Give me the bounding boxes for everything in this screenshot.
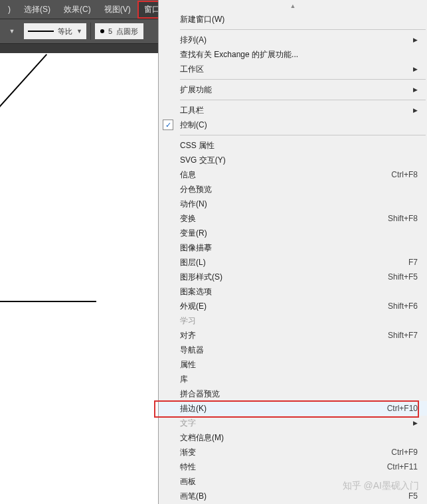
menu-item[interactable]: 排列(A)▶ — [159, 33, 427, 47]
menu-item[interactable]: 图层(L)F7 — [159, 255, 427, 270]
submenu-arrow-icon: ▶ — [413, 420, 418, 426]
menubar-item-cut[interactable]: ) — [1, 1, 17, 17]
menu-item-label: 变换 — [180, 213, 388, 224]
stroke-line-preview — [28, 31, 54, 32]
check-icon: ✓ — [163, 120, 173, 130]
menu-item[interactable]: 信息Ctrl+F8 — [159, 167, 427, 182]
menu-item-label: SVG 交互(Y) — [180, 155, 418, 166]
menu-item[interactable]: 图形样式(S)Shift+F5 — [159, 270, 427, 284]
chevron-down-icon: ▼ — [76, 28, 82, 35]
menu-item[interactable]: 渐变Ctrl+F9 — [159, 445, 427, 460]
menu-item[interactable]: 属性 — [159, 357, 427, 372]
menu-item-shortcut: Shift+F6 — [388, 301, 418, 311]
menu-item: 文字▶ — [159, 416, 427, 430]
menu-item-label: 查找有关 Exchange 的扩展功能... — [180, 49, 418, 60]
menu-item[interactable]: 描边(K)Ctrl+F10 — [159, 401, 427, 416]
menu-item[interactable]: 图像描摹 — [159, 240, 427, 255]
menu-scroll-up-icon[interactable]: ▲ — [159, 0, 427, 12]
menu-item-shortcut: Shift+F7 — [388, 331, 418, 340]
menu-item-label: 工具栏 — [180, 105, 413, 116]
menu-item-label: 图层(L) — [180, 257, 408, 268]
menu-separator — [180, 100, 426, 100]
artwork-line-horizontal — [0, 301, 96, 302]
menu-item[interactable]: 文档信息(M) — [159, 430, 427, 445]
menu-item[interactable]: 特性Ctrl+F11 — [159, 460, 427, 474]
menu-item-shortcut: Ctrl+F11 — [387, 462, 418, 471]
menu-item-label: 画板 — [180, 476, 418, 487]
menu-item-label: 画笔(B) — [180, 491, 408, 502]
menu-item-label: 动作(N) — [180, 199, 418, 210]
menu-item[interactable]: 工具栏▶ — [159, 103, 427, 118]
menu-item[interactable]: ✓控制(C) — [159, 118, 427, 132]
menu-item-label: 新建窗口(W) — [180, 14, 418, 25]
menu-item[interactable]: CSS 属性 — [159, 138, 427, 153]
menu-item-shortcut: Ctrl+F10 — [387, 404, 418, 413]
submenu-arrow-icon: ▶ — [413, 37, 418, 43]
menu-item-label: 工作区 — [180, 64, 413, 75]
menu-item-label: 属性 — [180, 359, 418, 371]
menu-item-label: 变量(R) — [180, 228, 418, 239]
menu-item-label: 图案选项 — [180, 286, 418, 297]
menubar-item-view[interactable]: 视图(V) — [98, 1, 137, 19]
toolbar-dropdown-1[interactable]: ▼ — [4, 23, 20, 39]
menu-item-label: 文字 — [180, 418, 413, 429]
menu-item[interactable]: 画笔(B)F5 — [159, 489, 427, 503]
cap-value: 5 — [108, 27, 112, 35]
menu-item[interactable]: 导航器 — [159, 343, 427, 357]
menu-item[interactable]: 新建窗口(W) — [159, 12, 427, 27]
menu-item-label: 文档信息(M) — [180, 432, 418, 444]
submenu-arrow-icon: ▶ — [413, 66, 418, 72]
stroke-cap-dropdown[interactable]: 5 点圆形 — [95, 23, 143, 39]
menu-item-label: 控制(C) — [180, 120, 418, 131]
menu-item-label: 外观(E) — [180, 301, 388, 312]
menu-item[interactable]: 对齐Shift+F7 — [159, 328, 427, 343]
menu-item-label: 导航器 — [180, 345, 418, 356]
canvas-area[interactable] — [0, 53, 158, 504]
menu-item-label: 图形样式(S) — [180, 272, 388, 283]
menu-item-shortcut: F5 — [408, 491, 418, 501]
menu-item-label: 库 — [180, 374, 418, 385]
menu-item[interactable]: 扩展功能▶ — [159, 82, 427, 97]
menu-item[interactable]: SVG 交互(Y) — [159, 153, 427, 167]
menu-item[interactable]: 外观(E)Shift+F6 — [159, 299, 427, 313]
menu-item-label: 渐变 — [180, 447, 391, 458]
menu-item-shortcut: Ctrl+F9 — [391, 448, 418, 457]
window-menu: ▲ 新建窗口(W)排列(A)▶查找有关 Exchange 的扩展功能...工作区… — [158, 0, 427, 504]
menu-item[interactable]: 动作(N) — [159, 197, 427, 211]
menu-item-label: 分色预览 — [180, 184, 418, 195]
menu-item[interactable]: 画板 — [159, 474, 427, 489]
stroke-profile-dropdown[interactable]: 等比 ▼ — [24, 23, 86, 39]
menu-item-label: CSS 属性 — [180, 140, 418, 151]
menu-separator — [180, 135, 426, 135]
menu-item-shortcut: Ctrl+F8 — [391, 170, 418, 179]
menu-item-label: 描边(K) — [180, 403, 387, 414]
menu-item-label: 排列(A) — [180, 35, 413, 46]
menu-item[interactable]: 库 — [159, 372, 427, 386]
toolbar-separator — [90, 23, 91, 40]
menubar-item-select[interactable]: 选择(S) — [17, 1, 57, 19]
submenu-arrow-icon: ▶ — [413, 107, 418, 114]
round-cap-icon — [100, 29, 104, 33]
menu-item-label: 信息 — [180, 169, 391, 181]
menu-item[interactable]: 变量(R) — [159, 226, 427, 240]
menu-separator — [180, 29, 426, 30]
menu-item-shortcut: F7 — [408, 258, 418, 267]
menu-item-label: 图像描摹 — [180, 242, 418, 254]
menu-item-label: 对齐 — [180, 330, 388, 341]
menu-item[interactable]: 图案选项 — [159, 284, 427, 299]
menu-item-shortcut: Shift+F5 — [388, 272, 418, 282]
menu-item[interactable]: 查找有关 Exchange 的扩展功能... — [159, 47, 427, 62]
artwork-line-diagonal — [0, 54, 47, 114]
menu-item-label: 拼合器预览 — [180, 388, 418, 400]
menu-item[interactable]: 分色预览 — [159, 182, 427, 197]
menu-item[interactable]: 拼合器预览 — [159, 386, 427, 401]
cap-label: 点圆形 — [116, 27, 138, 37]
stroke-scale-label: 等比 — [58, 27, 72, 37]
menu-item-label: 特性 — [180, 462, 387, 473]
menu-item-shortcut: Shift+F8 — [388, 214, 418, 223]
submenu-arrow-icon: ▶ — [413, 86, 418, 93]
menu-item[interactable]: 变换Shift+F8 — [159, 211, 427, 226]
menu-item: 学习 — [159, 313, 427, 328]
menubar-item-effect[interactable]: 效果(C) — [57, 1, 98, 19]
menu-item[interactable]: 工作区▶ — [159, 62, 427, 76]
